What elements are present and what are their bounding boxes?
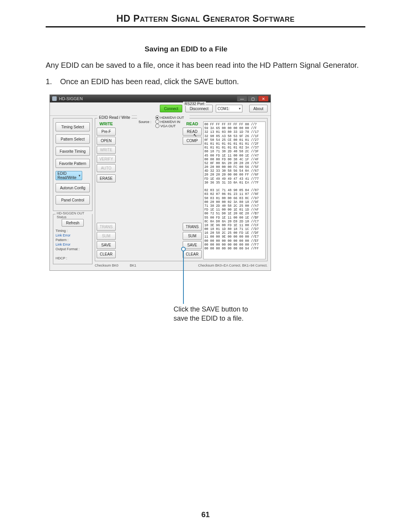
- app-title: HD-SIGGEN: [59, 96, 83, 101]
- callout-text: Click the SAVE button to save the EDID t…: [174, 305, 253, 323]
- edid-group-label: EDID Read / Write: [97, 115, 132, 120]
- nav-timing-select[interactable]: Timing Select: [56, 122, 90, 131]
- nav-favorite-timing[interactable]: Favorite Timing: [56, 147, 90, 156]
- write-write-button: WRITE: [97, 146, 116, 154]
- read-header: READ: [183, 121, 202, 126]
- write-clear-button[interactable]: CLEAR: [97, 250, 116, 258]
- refresh-button[interactable]: Refresh: [62, 219, 84, 227]
- app-icon: [52, 96, 57, 101]
- status-output-label: Output Format :: [56, 247, 90, 251]
- close-button[interactable]: ✕: [258, 96, 268, 101]
- nav-pattern-select[interactable]: Pattern Select: [56, 134, 90, 144]
- write-auto-button: AUTO: [97, 164, 116, 172]
- checksum-left-bk0: Checksum BK0: [95, 264, 118, 267]
- minimize-button[interactable]: —: [237, 96, 247, 101]
- about-button[interactable]: About: [249, 105, 268, 112]
- section-title: Saving an EDID to a File: [145, 45, 365, 53]
- step-number: 1.: [46, 77, 56, 86]
- disconnect-button[interactable]: Disconnect: [185, 105, 212, 112]
- source-radio-hdmi-dvi-out[interactable]: HDMI/DVI OUT: [155, 115, 184, 120]
- header-rule: [46, 26, 365, 27]
- read-comp-button[interactable]: COMP: [183, 137, 202, 145]
- timing-link-error: Link Error: [56, 233, 90, 237]
- page-header-title: HD Pattern Signal Generator Software: [46, 13, 365, 24]
- write-sum-button: SUM: [97, 232, 116, 240]
- write-header: WRITE: [97, 121, 116, 126]
- status-pattern-label: Pattern :: [56, 238, 90, 242]
- write-verify-button: VERIFY: [97, 155, 116, 163]
- write-erase-button[interactable]: ERASE: [97, 174, 116, 182]
- rs232-label: RS232 Port: [183, 102, 206, 106]
- read-sum-button[interactable]: SUM: [183, 232, 202, 240]
- nav-group: Timing SelectPattern SelectFavorite Timi…: [53, 118, 92, 211]
- status-hdcp-label: HDCP :: [56, 256, 90, 260]
- step-1: 1. Once an EDID has been read, click the…: [46, 77, 365, 86]
- nav-edid-read-write[interactable]: EDID Read/Write: [56, 171, 82, 180]
- maximize-button[interactable]: ▢: [248, 96, 258, 101]
- write-open-button[interactable]: OPEN: [97, 137, 116, 145]
- status-timing-label: Timing :: [56, 229, 90, 233]
- read-read-button[interactable]: READ: [183, 128, 202, 136]
- cursor-icon: ↖: [193, 133, 197, 138]
- nav-favorite-pattern[interactable]: Favorite Pattern: [56, 159, 90, 168]
- source-row: Source : HDMI/DVI OUTHDMI/DVI INVGA OUT: [137, 115, 190, 128]
- step-text: Once an EDID has been read, click the SA…: [60, 77, 239, 86]
- read-trans-button[interactable]: TRANS: [183, 223, 202, 231]
- source-label: Source :: [139, 120, 151, 124]
- nav-autorun-config[interactable]: Autorun Config: [56, 183, 90, 192]
- app-window: HD-SIGGEN — ▢ ✕ RS232 Port Connect Disco…: [49, 94, 271, 271]
- nav-panel-control[interactable]: Panel Control: [56, 195, 90, 204]
- intro-paragraph: Any EDID can be saved to a file, once it…: [46, 60, 365, 70]
- checksum-left-bk1: BK1: [130, 264, 136, 267]
- page-number: 61: [0, 510, 411, 519]
- pattern-link-error: Link Error: [56, 243, 90, 246]
- out-status-label: HD-SIGGEN OUT Status: [56, 211, 92, 219]
- read-clear-button[interactable]: CLEAR: [183, 250, 202, 258]
- source-radio-vga-out[interactable]: VGA OUT: [155, 124, 184, 128]
- titlebar: HD-SIGGEN — ▢ ✕: [50, 95, 271, 102]
- write-save-button[interactable]: SAVE: [97, 241, 116, 249]
- edid-group: EDID Read / Write Source : HDMI/DVI OUTH…: [95, 118, 268, 261]
- edid-hex-dump: 00 FF FF FF FF FF FF 00 //7 59 3A 65 00 …: [203, 121, 266, 259]
- callout-leader-line: [183, 251, 184, 304]
- source-radio-hdmi-dvi-in[interactable]: HDMI/DVI IN: [155, 120, 184, 124]
- connect-button[interactable]: Connect: [160, 105, 182, 112]
- com-port-select[interactable]: COM1:: [216, 105, 242, 112]
- write-trans-button: TRANS: [97, 223, 116, 231]
- out-status-group: HD-SIGGEN OUT Status Refresh Timing : Li…: [53, 214, 92, 264]
- checksum-right: Checksum BK0=EA Correct. BK1=94 Correct.: [198, 264, 268, 267]
- write-pre-f-button[interactable]: Pre-F: [97, 128, 116, 136]
- rs232-toolbar: RS232 Port Connect Disconnect COM1: Abou…: [50, 102, 271, 116]
